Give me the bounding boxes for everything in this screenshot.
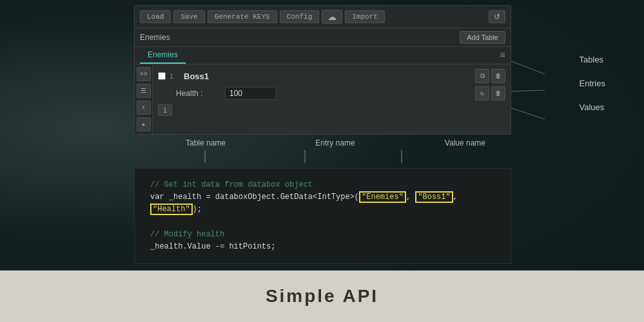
table-content: 1 Boss1 ⧉ 🗑 Health : ↻ 🗑 <box>153 64 511 134</box>
entries-label-right: Entries <box>580 79 605 88</box>
code-comment-2: // Modify health <box>150 229 495 241</box>
code-spacer <box>150 216 495 229</box>
list-button[interactable]: ☰ <box>137 84 151 98</box>
code-comment-1: // Get int data from databox object <box>150 179 495 191</box>
config-button[interactable]: Config <box>280 10 320 23</box>
bottom-bar: Simple API <box>0 270 644 322</box>
bottom-title: Simple API <box>266 286 378 307</box>
value-input[interactable] <box>225 87 277 100</box>
annotation-entry-name: Entry name <box>315 138 355 147</box>
star-button[interactable]: ★ <box>137 117 151 131</box>
cloud-button[interactable]: ☁ <box>322 10 342 24</box>
entry-delete-button[interactable]: 🗑 <box>491 69 505 83</box>
settings-button[interactable]: ↺ <box>489 10 505 23</box>
tables-label-right: Tables <box>580 55 605 64</box>
tab-enemies[interactable]: Enemies <box>140 47 186 64</box>
right-labels-container: Tables Entries Values <box>580 55 605 126</box>
entry-number: 1 <box>170 72 180 80</box>
page-button[interactable]: 1 <box>158 104 172 116</box>
pagination: 1 <box>153 102 511 118</box>
entry-copy-button[interactable]: ⧉ <box>475 69 489 83</box>
code-health-string: "Health" <box>150 204 193 215</box>
entry-name: Boss1 <box>184 71 471 81</box>
import-button[interactable]: Import <box>345 10 385 23</box>
save-button[interactable]: Save <box>173 10 204 23</box>
add-table-button[interactable]: Add Table <box>460 31 505 44</box>
value-refresh-button[interactable]: ↻ <box>475 86 489 100</box>
code-panel: // Get int data from databox object var … <box>134 168 511 264</box>
annotation-arrows <box>134 150 511 163</box>
content-area: >> ☰ ⚡ ★ 1 Boss1 ⧉ 🗑 <box>135 64 511 134</box>
table-row: 1 Boss1 ⧉ 🗑 <box>153 67 511 85</box>
toolbar: Load Save Generate KEYS Config ☁ Import … <box>135 6 511 28</box>
values-label-right: Values <box>580 102 605 112</box>
tab-row: Enemies ≡ <box>135 47 511 64</box>
filter-button[interactable]: ⚡ <box>137 100 151 115</box>
tab-menu-icon[interactable]: ≡ <box>500 50 505 61</box>
code-line-2: _health.Value -= hitPoints; <box>150 241 495 253</box>
load-button[interactable]: Load <box>140 10 171 23</box>
annotation-value-name: Value name <box>445 138 485 147</box>
tables-bar: Enemies Add Table <box>135 28 511 47</box>
value-label: Health : <box>176 89 221 98</box>
entry-actions: ⧉ 🗑 <box>475 69 505 83</box>
code-line-1: var _health = databoxObject.GetData<IntT… <box>150 191 495 216</box>
left-sidebar: >> ☰ ⚡ ★ <box>135 64 153 134</box>
code-boss-string: "Boss1" <box>415 191 453 203</box>
expand-button[interactable]: >> <box>137 67 151 81</box>
code-enemies-string: "Enemies" <box>359 191 406 203</box>
entry-checkbox[interactable] <box>158 72 166 80</box>
annotation-table-name: Table name <box>186 138 226 147</box>
value-delete-button[interactable]: 🗑 <box>491 86 505 100</box>
annotation-row: Table name Entry name Value name <box>134 135 511 150</box>
tables-bar-label: Enemies <box>140 33 460 42</box>
generate-keys-button[interactable]: Generate KEYS <box>208 10 277 23</box>
editor-panel: Load Save Generate KEYS Config ☁ Import … <box>134 5 511 135</box>
list-item: Health : ↻ 🗑 <box>153 85 511 102</box>
value-actions: ↻ 🗑 <box>475 86 505 100</box>
